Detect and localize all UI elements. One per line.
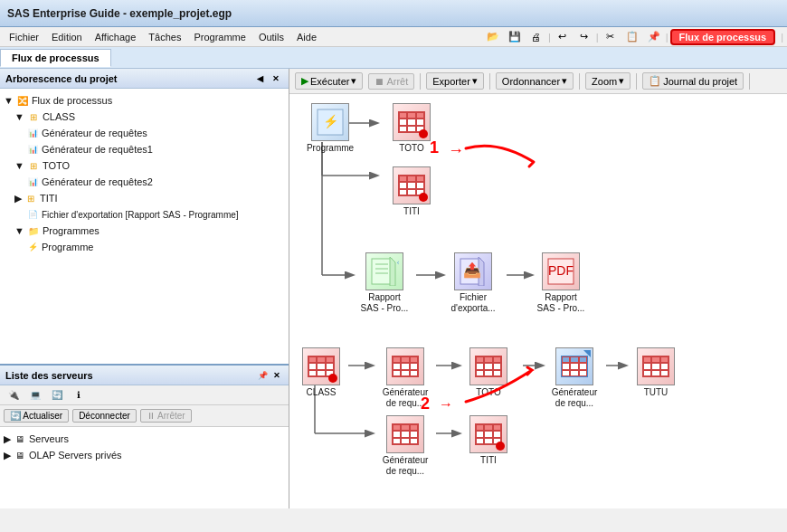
- toolbar-redo[interactable]: ↪: [574, 27, 594, 47]
- node-class[interactable]: CLASS: [289, 347, 353, 398]
- left-panel: Arborescence du projet ◀ ✕ ▼ 🔀 Flux de p…: [0, 69, 289, 508]
- menu-affichage[interactable]: Affichage: [90, 30, 142, 44]
- panel-close[interactable]: ✕: [269, 71, 283, 86]
- tree-programmes[interactable]: ▼ 📁 Programmes: [14, 223, 285, 239]
- tree-label-titi: TITI: [40, 193, 58, 204]
- svg-text:📤: 📤: [463, 261, 481, 279]
- server-icon1[interactable]: 🔌: [4, 385, 24, 405]
- export-icon: 📄: [25, 207, 40, 222]
- tree-query1b[interactable]: 📊 Générateur de requêtes1: [25, 141, 285, 157]
- programmes-icon: 📁: [26, 223, 41, 238]
- toto2-node-icon: [469, 347, 507, 385]
- node-programme[interactable]: ⚡ Programme: [299, 103, 362, 154]
- rapport-sas2-icon: PDF: [542, 252, 580, 290]
- tree-olap[interactable]: ▶ 🖥 OLAP Servers privés: [4, 447, 285, 463]
- serveur-icon: 🖥: [13, 432, 27, 446]
- node-toto1[interactable]: TOTO: [380, 103, 443, 154]
- servers-pin[interactable]: 📌: [256, 369, 269, 382]
- toolbar-open[interactable]: 📂: [483, 27, 503, 47]
- sep3: [579, 73, 580, 90]
- btn-executer[interactable]: ▶ Exécuter ▾: [295, 72, 363, 90]
- node-titi1[interactable]: TITI: [380, 166, 443, 217]
- canvas-area[interactable]: ⚡ Programme TOTO: [289, 94, 787, 508]
- server-tree: ▶ 🖥 Serveurs ▶ 🖥 OLAP Servers privés: [0, 427, 289, 508]
- toto1-node-icon: [393, 103, 431, 141]
- btn-ordonnancer[interactable]: Ordonnancer ▾: [496, 72, 574, 90]
- node-fichier-export[interactable]: 📤 Fichierd'exporta...: [441, 252, 505, 314]
- btn-deconnecter[interactable]: Déconnecter: [72, 409, 137, 423]
- toolbar-paste[interactable]: 📌: [644, 27, 664, 47]
- server-icon2[interactable]: 💻: [25, 385, 45, 405]
- query-icon1: 📊: [25, 126, 40, 140]
- toolbar-copy[interactable]: 📋: [622, 27, 642, 47]
- tree-class[interactable]: ▼ ⊞ CLASS: [14, 109, 285, 125]
- rapport-sas1-icon: 👁: [365, 252, 403, 290]
- btn-journal[interactable]: 📋 Journal du projet: [642, 72, 744, 90]
- sep4: [636, 73, 637, 90]
- tree-label-flux: Flux de processus: [32, 95, 112, 106]
- menu-taches[interactable]: Tâches: [143, 30, 186, 44]
- node-titi2[interactable]: TITI: [457, 415, 520, 466]
- project-tree-title: Arborescence du projet: [5, 73, 117, 84]
- menu-aide[interactable]: Aide: [291, 30, 322, 44]
- toto1-label: TOTO: [399, 143, 423, 154]
- fichier-export-label: Fichierd'exporta...: [450, 292, 495, 314]
- tree-query1[interactable]: 📊 Générateur de requêtes: [25, 125, 285, 141]
- gen3-label: Générateurde requ...: [383, 455, 429, 477]
- programme-icon: ⚡: [25, 240, 40, 254]
- tutu-table: [642, 356, 669, 377]
- olap-icon: 🖥: [13, 448, 27, 462]
- project-tree-header: Arborescence du projet ◀ ✕: [0, 69, 289, 89]
- menu-programme[interactable]: Programme: [188, 30, 251, 44]
- node-gen1[interactable]: Générateurde requ...: [369, 347, 441, 409]
- svg-marker-20: [390, 257, 395, 286]
- tree-label-programmes: Programmes: [43, 225, 100, 236]
- tree-root-flux[interactable]: ▼ 🔀 Flux de processus: [4, 92, 285, 109]
- tree-query2[interactable]: 📊 Générateur de requêtes2: [25, 174, 285, 190]
- tree-serveurs[interactable]: ▶ 🖥 Serveurs: [4, 431, 285, 447]
- server-icon3[interactable]: 🔄: [47, 385, 67, 405]
- svg-text:PDF: PDF: [548, 263, 574, 278]
- servers-title: Liste des serveurs: [5, 370, 93, 381]
- toolbar-save[interactable]: 💾: [505, 27, 525, 47]
- toto1-red-dot: [419, 129, 428, 138]
- toolbar-cut[interactable]: ✂: [601, 27, 621, 47]
- server-icon4[interactable]: ℹ: [69, 385, 89, 405]
- btn-zoom[interactable]: Zoom ▾: [585, 72, 631, 90]
- menu-outils[interactable]: Outils: [253, 30, 289, 44]
- query-icon2: 📊: [25, 175, 40, 189]
- tree-programme[interactable]: ⚡ Programme: [25, 239, 285, 255]
- panel-icon1[interactable]: ◀: [252, 71, 267, 86]
- tree-label-export: Fichier d'exportation [Rapport SAS - Pro…: [42, 210, 239, 220]
- toolbar-print[interactable]: 🖨: [526, 27, 546, 47]
- node-rapport-sas1[interactable]: 👁 RapportSAS - Pro...: [353, 252, 416, 314]
- btn-stop[interactable]: ⏹ Arrêt: [368, 73, 414, 90]
- btn-actualiser[interactable]: 🔄 Actualiser: [4, 409, 69, 423]
- menu-fichier[interactable]: Fichier: [4, 30, 44, 44]
- node-rapport-sas2[interactable]: PDF RapportSAS - Pro...: [529, 252, 593, 314]
- btn-export[interactable]: Exporter ▾: [426, 72, 484, 90]
- toolbar-undo[interactable]: ↩: [553, 27, 573, 47]
- tree-toto[interactable]: ▼ ⊞ TOTO: [14, 157, 285, 174]
- node-gen2[interactable]: Générateurde requ...: [538, 347, 611, 409]
- menu-bar: Fichier Edition Affichage Tâches Program…: [0, 27, 787, 47]
- servers-close[interactable]: ✕: [270, 369, 283, 382]
- tab-flux-processus[interactable]: Flux de processus: [0, 49, 111, 67]
- node-gen3[interactable]: Générateurde requ...: [369, 415, 441, 477]
- tutu-label: TUTU: [644, 387, 668, 398]
- query-icon1b: 📊: [25, 142, 40, 157]
- programme-node-icon: ⚡: [311, 103, 349, 141]
- toto2-label: TOTO: [476, 387, 500, 398]
- programme-node-label: Programme: [307, 143, 354, 154]
- menu-edition[interactable]: Edition: [46, 30, 88, 44]
- btn-arreter[interactable]: ⏸ Arrêter: [140, 409, 192, 423]
- flux-processus-tab-highlighted[interactable]: Flux de processus: [670, 29, 776, 45]
- svg-text:→: →: [448, 141, 464, 159]
- svg-rect-16: [372, 259, 392, 284]
- node-tutu[interactable]: TUTU: [624, 347, 687, 398]
- node-toto2[interactable]: TOTO: [457, 347, 520, 398]
- rapport-sas2-label: RapportSAS - Pro...: [537, 292, 585, 314]
- tree-titi[interactable]: ▶ ⊞ TITI: [14, 190, 285, 206]
- tree-export[interactable]: 📄 Fichier d'exportation [Rapport SAS - P…: [25, 206, 285, 223]
- titi1-node-icon: [393, 166, 431, 204]
